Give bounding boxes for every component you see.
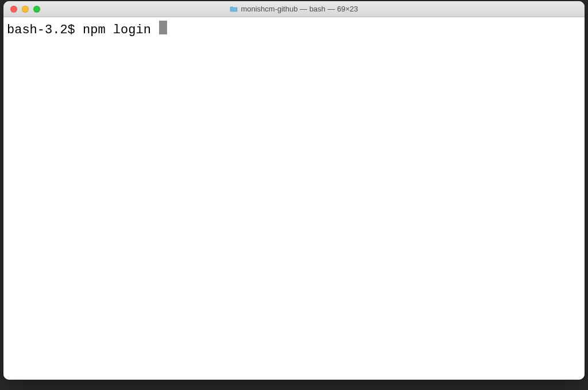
title-center: monishcm-github — bash — 69×23 — [3, 5, 585, 13]
shell-prompt: bash-3.2$ — [7, 23, 83, 38]
window-title: monishcm-github — bash — 69×23 — [241, 5, 358, 13]
titlebar[interactable]: monishcm-github — bash — 69×23 — [3, 1, 585, 17]
folder-icon — [230, 6, 238, 12]
close-button[interactable] — [10, 6, 17, 13]
traffic-lights — [3, 6, 40, 13]
zoom-button[interactable] — [33, 6, 40, 13]
command-text: npm login — [83, 23, 158, 38]
cursor — [159, 21, 167, 34]
terminal-line: bash-3.2$ npm login — [7, 20, 581, 38]
terminal-body[interactable]: bash-3.2$ npm login — [3, 17, 585, 380]
minimize-button[interactable] — [22, 6, 29, 13]
terminal-window: monishcm-github — bash — 69×23 bash-3.2$… — [3, 1, 585, 380]
